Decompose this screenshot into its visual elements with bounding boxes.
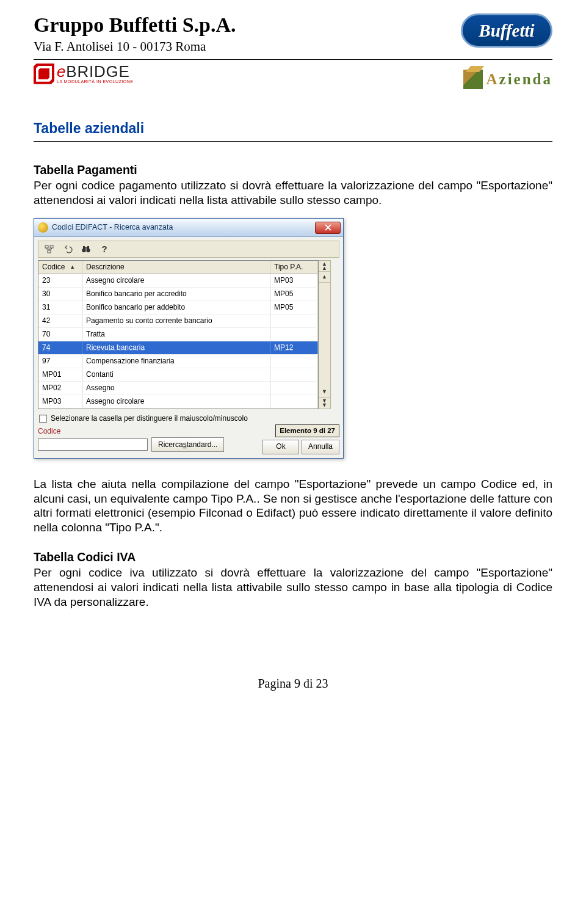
svg-rect-5 [83, 246, 85, 249]
tabella-pagamenti-paragraph: Per ogni codice pagamento utilizzato si … [34, 178, 552, 208]
dialog-action-group: Elemento 9 di 27 Ok Annulla [262, 424, 339, 454]
col-header-codice[interactable]: Codice ▲ [38, 261, 82, 274]
ebridge-wordmark: eBRIDGE LA MODULARITÀ IN EVOLUZIONE [57, 64, 134, 84]
svg-rect-6 [87, 246, 89, 249]
cell-descrizione: Tratta [82, 328, 270, 341]
table-row[interactable]: 31Bonifico bancario per addebitoMP05 [38, 301, 318, 315]
scroll-top-icon[interactable]: ▲▲ [319, 261, 330, 272]
codice-search-group: Codice Ricerca standard... [38, 427, 224, 452]
case-sensitive-label: Selezionare la casella per distinguere i… [51, 414, 248, 423]
ebridge-logo: eBRIDGE LA MODULARITÀ IN EVOLUZIONE [34, 64, 134, 84]
header-rule [34, 59, 552, 60]
dialog-title: Codici EDIFACT - Ricerca avanzata [52, 223, 315, 233]
case-sensitive-row: Selezionare la casella per distinguere i… [39, 414, 339, 423]
cell-tipo-pa [270, 368, 318, 381]
codice-label: Codice [38, 427, 224, 436]
grid-body: 23Assegno circolareMP0330Bonifico bancar… [38, 274, 318, 409]
ok-button[interactable]: Ok [262, 440, 299, 454]
svg-rect-0 [45, 246, 48, 248]
cell-descrizione: Bonifico bancario per addebito [82, 301, 270, 314]
table-row[interactable]: 97Compensazione finanziaria [38, 355, 318, 368]
cell-descrizione: Ricevuta bancaria [82, 341, 270, 354]
cell-codice: 74 [38, 341, 82, 354]
section-title: Tabelle aziendali [34, 120, 552, 137]
grid-wrap: Codice ▲ Descrizione Tipo P.A. 23Assegno… [38, 260, 339, 409]
toolbar-tree-icon[interactable] [45, 244, 54, 254]
page-footer: Pagina 9 di 23 [34, 676, 552, 691]
tabella-codici-iva-title: Tabella Codici IVA [34, 550, 552, 564]
results-grid[interactable]: Codice ▲ Descrizione Tipo P.A. 23Assegno… [38, 260, 319, 409]
svg-point-3 [82, 249, 85, 252]
toolbar-help-icon[interactable]: ? [99, 244, 109, 254]
table-row[interactable]: MP01Contanti [38, 368, 318, 382]
col-header-descrizione[interactable]: Descrizione [82, 261, 270, 274]
close-button[interactable] [315, 222, 341, 234]
cell-tipo-pa [270, 395, 318, 408]
cell-descrizione: Assegno circolare [82, 274, 270, 287]
section-rule [34, 141, 552, 142]
buffetti-logo-text: Buffetti [479, 20, 534, 42]
azienda-logo: Azienda [463, 70, 552, 89]
dialog-toolbar: ? [38, 241, 339, 258]
azienda-cube-icon [463, 70, 483, 89]
table-row[interactable]: 74Ricevuta bancariaMP12 [38, 341, 318, 355]
ricerca-standard-button[interactable]: Ricerca standard... [151, 437, 224, 452]
grid-header-row: Codice ▲ Descrizione Tipo P.A. [38, 261, 318, 274]
annulla-button[interactable]: Annulla [302, 440, 339, 454]
edifact-dialog: Codici EDIFACT - Ricerca avanzata ? [34, 218, 344, 458]
scroll-bottom-icon[interactable]: ▼▼ [319, 398, 330, 409]
scroll-up-icon[interactable]: ▲ [319, 272, 330, 283]
table-row[interactable]: MP02Assegno [38, 382, 318, 395]
scroll-track[interactable] [319, 283, 330, 387]
cell-tipo-pa: MP12 [270, 341, 318, 354]
table-row[interactable]: 30Bonifico bancario per accreditoMP05 [38, 288, 318, 301]
cell-codice: 31 [38, 301, 82, 314]
svg-point-4 [86, 249, 90, 252]
table-row[interactable]: MP03Assegno circolare [38, 395, 318, 409]
ebridge-e: e [57, 62, 66, 81]
cell-tipo-pa [270, 315, 318, 327]
cell-tipo-pa [270, 355, 318, 368]
case-sensitive-checkbox[interactable] [39, 415, 47, 423]
subheader-logo-row: eBRIDGE LA MODULARITÀ IN EVOLUZIONE Azie… [34, 64, 552, 89]
toolbar-binoculars-icon[interactable] [81, 244, 91, 254]
table-row[interactable]: 23Assegno circolareMP03 [38, 274, 318, 288]
svg-rect-7 [85, 247, 87, 249]
cell-tipo-pa: MP05 [270, 288, 318, 300]
cell-descrizione: Compensazione finanziaria [82, 355, 270, 368]
buffetti-logo: Buffetti [461, 13, 552, 48]
cell-descrizione: Bonifico bancario per accredito [82, 288, 270, 300]
cell-codice: MP01 [38, 368, 82, 381]
dialog-app-icon [38, 222, 48, 233]
ebridge-tagline: LA MODULARITÀ IN EVOLUZIONE [57, 79, 134, 84]
scroll-down-icon[interactable]: ▼ [319, 387, 330, 398]
svg-rect-1 [50, 246, 53, 248]
table-row[interactable]: 42Pagamento su conto corrente bancario [38, 315, 318, 328]
cell-codice: MP02 [38, 382, 82, 395]
col-header-tipo-pa[interactable]: Tipo P.A. [270, 261, 318, 274]
ebridge-icon [34, 64, 54, 84]
cell-descrizione: Assegno [82, 382, 270, 395]
cell-codice: 30 [38, 288, 82, 300]
table-row[interactable]: 70Tratta [38, 328, 318, 341]
cell-codice: 97 [38, 355, 82, 368]
element-count-badge: Elemento 9 di 27 [275, 424, 339, 437]
codice-input[interactable] [38, 438, 148, 451]
azienda-a: A [486, 71, 499, 87]
cell-tipo-pa [270, 382, 318, 395]
grid-scrollbar[interactable]: ▲▲ ▲ ▼ ▼▼ [319, 260, 331, 409]
cell-codice: 42 [38, 315, 82, 327]
document-header: Gruppo Buffetti S.p.A. Via F. Antolisei … [34, 12, 552, 54]
close-icon [325, 224, 331, 231]
cell-codice: 23 [38, 274, 82, 287]
cell-codice: MP03 [38, 395, 82, 408]
cell-descrizione: Assegno circolare [82, 395, 270, 408]
cell-tipo-pa: MP03 [270, 274, 318, 287]
cell-descrizione: Contanti [82, 368, 270, 381]
dialog-titlebar[interactable]: Codici EDIFACT - Ricerca avanzata [34, 219, 343, 237]
azienda-rest: zienda [499, 71, 552, 87]
toolbar-undo-icon[interactable] [63, 244, 73, 254]
tabella-codici-iva-paragraph: Per ogni codice iva utilizzato si dovrà … [34, 566, 552, 609]
svg-rect-2 [48, 250, 51, 253]
cell-codice: 70 [38, 328, 82, 341]
